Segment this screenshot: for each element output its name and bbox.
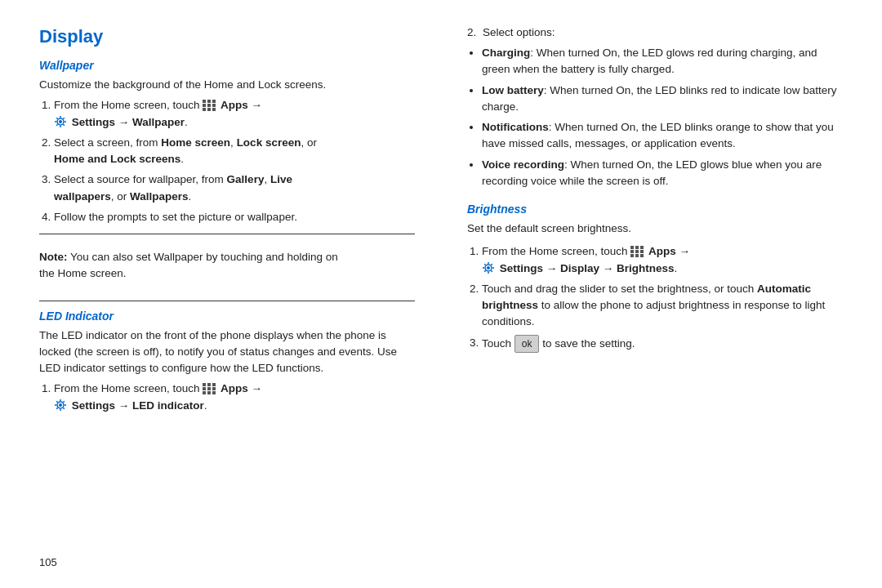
- gallery-bold: Gallery: [227, 173, 265, 185]
- brightness-section: Brightness Set the default screen bright…: [467, 203, 843, 353]
- brightness-intro: Set the default screen brightness.: [467, 220, 843, 237]
- page-title: Display: [39, 26, 415, 47]
- svg-point-32: [487, 266, 490, 270]
- settings-icon-3: [482, 261, 495, 274]
- svg-rect-22: [630, 246, 634, 249]
- brightness-steps: From the Home screen, touch: [482, 243, 843, 352]
- led-bullet-notifications: Notifications: When turned On, the LED b…: [482, 119, 843, 153]
- page-footer: 105: [39, 556, 843, 568]
- svg-rect-15: [207, 387, 211, 390]
- charging-label: Charging: [482, 47, 530, 59]
- wallpaper-steps: From the Home screen, touch: [54, 97, 415, 225]
- svg-rect-27: [640, 250, 644, 253]
- svg-rect-30: [640, 254, 644, 257]
- arrow-2: →: [252, 382, 263, 394]
- voice-recording-label: Voice recording: [482, 158, 564, 171]
- svg-rect-16: [212, 387, 216, 390]
- svg-rect-28: [630, 254, 634, 257]
- arrow-3: →: [679, 245, 691, 257]
- svg-rect-4: [207, 104, 211, 107]
- led-section-title: LED Indicator: [39, 310, 415, 323]
- led-step-1: From the Home screen, touch: [54, 381, 415, 414]
- divider-1: [39, 234, 415, 234]
- svg-rect-18: [207, 391, 211, 394]
- svg-rect-6: [203, 108, 206, 111]
- led-bullet-low-battery: Low battery: When turned On, the LED bli…: [482, 82, 843, 116]
- led-steps: From the Home screen, touch: [54, 381, 415, 414]
- low-battery-label: Low battery: [482, 84, 544, 96]
- ok-button[interactable]: ok: [514, 335, 540, 353]
- note-text: Note: You can also set Wallpaper by touc…: [39, 249, 415, 283]
- svg-rect-24: [640, 246, 644, 249]
- apps-label-1: Apps: [220, 99, 248, 111]
- svg-point-21: [59, 403, 62, 407]
- led-intro: The LED indicator on the front of the ph…: [39, 327, 415, 377]
- led-bullet-charging: Charging: When turned On, the LED glows …: [482, 45, 843, 78]
- svg-rect-17: [203, 391, 206, 394]
- brightness-step-1: From the Home screen, touch: [482, 243, 843, 277]
- svg-rect-3: [203, 104, 206, 107]
- svg-rect-12: [207, 383, 211, 386]
- divider-2: [39, 301, 415, 301]
- right-column: 2. Select options: Charging: When turned…: [454, 26, 843, 548]
- arrow-1: →: [252, 99, 263, 111]
- svg-rect-23: [635, 246, 639, 249]
- svg-rect-25: [630, 250, 634, 253]
- wallpaper-section: Wallpaper Customize the background of th…: [39, 59, 415, 225]
- wallpaper-intro: Customize the background of the Home and…: [39, 77, 415, 93]
- brightness-section-title: Brightness: [467, 203, 843, 216]
- led-step2-label: 2. Select options:: [467, 26, 843, 38]
- svg-rect-0: [203, 100, 206, 103]
- led-bullets-list: Charging: When turned On, the LED glows …: [482, 45, 843, 189]
- page: Display Wallpaper Customize the backgrou…: [0, 0, 882, 588]
- wallpaper-step-2: Select a screen, from Home screen, Lock …: [54, 135, 415, 168]
- svg-rect-1: [207, 100, 211, 103]
- apps-label-3: Apps: [648, 245, 676, 257]
- wallpaper-step-4: Follow the prompts to set the picture or…: [54, 209, 415, 225]
- apps-icon-3: [630, 246, 644, 257]
- svg-rect-11: [203, 383, 206, 386]
- led-step1-settings: Settings → LED indicator: [72, 399, 204, 412]
- brightness-step-3: Touch ok to save the setting.: [482, 335, 843, 353]
- auto-brightness-bold: Automatic brightness: [482, 283, 811, 311]
- lock-screen-bold: Lock screen: [237, 136, 301, 149]
- notifications-label: Notifications: [482, 121, 549, 133]
- apps-icon-1: [203, 100, 216, 111]
- svg-rect-13: [212, 383, 216, 386]
- step1-settings: Settings → Wallpaper: [72, 116, 185, 128]
- svg-rect-14: [203, 387, 206, 390]
- home-screen-bold: Home screen: [161, 136, 230, 149]
- svg-rect-29: [635, 254, 639, 257]
- svg-rect-7: [207, 108, 211, 111]
- led-bullet-voice: Voice recording: When turned On, the LED…: [482, 157, 843, 190]
- note-label: Note:: [39, 251, 68, 263]
- wallpapers-bold: Wallpapers: [130, 190, 189, 203]
- page-number: 105: [39, 556, 57, 568]
- apps-icon-2: [203, 383, 216, 394]
- svg-point-10: [59, 120, 62, 123]
- svg-rect-19: [212, 391, 216, 394]
- brightness-step1-settings: Settings → Display → Brightness: [500, 262, 675, 274]
- wallpaper-note: Note: You can also set Wallpaper by touc…: [39, 243, 415, 289]
- svg-rect-2: [212, 100, 216, 103]
- led-section: LED Indicator The LED indicator on the f…: [39, 310, 415, 414]
- wallpaper-step-1: From the Home screen, touch: [54, 97, 415, 131]
- left-column: Display Wallpaper Customize the backgrou…: [39, 26, 428, 548]
- svg-rect-5: [212, 104, 216, 107]
- settings-icon-2: [54, 399, 67, 412]
- wallpaper-step-3: Select a source for wallpaper, from Gall…: [54, 172, 415, 205]
- home-lock-screens-bold: Home and Lock screens: [54, 153, 180, 165]
- brightness-step-2: Touch and drag the slider to set the bri…: [482, 281, 843, 331]
- wallpaper-section-title: Wallpaper: [39, 59, 415, 72]
- apps-label-2: Apps: [220, 382, 248, 394]
- settings-icon-1: [54, 115, 67, 128]
- svg-rect-26: [635, 250, 639, 253]
- svg-rect-8: [212, 108, 216, 111]
